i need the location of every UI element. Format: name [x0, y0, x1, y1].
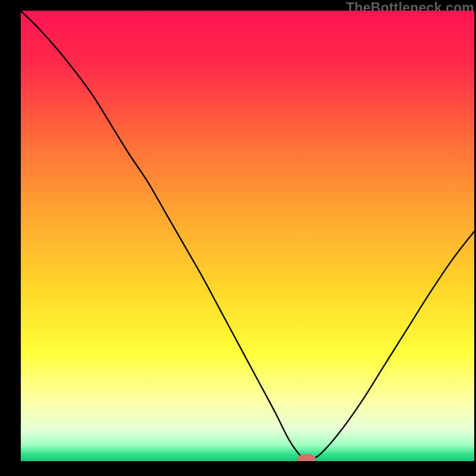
chart-frame: TheBottleneck.com	[0, 0, 476, 476]
bottleneck-chart	[21, 11, 474, 461]
gradient-background	[21, 11, 474, 461]
